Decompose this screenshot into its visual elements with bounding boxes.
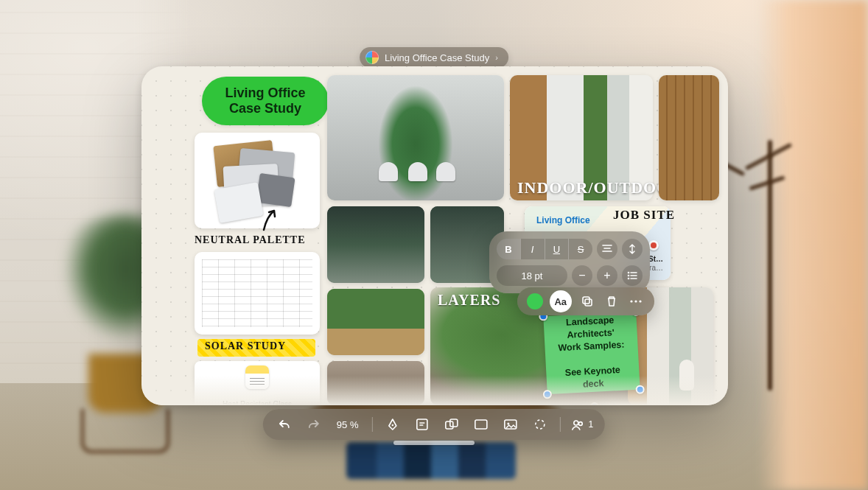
neutral-palette-label[interactable]: Neutral Palette [195,234,306,246]
collaboration-indicator[interactable]: 1 [570,418,593,431]
shapes-icon [444,418,458,431]
svg-point-1 [628,275,630,277]
svg-point-5 [631,300,633,302]
undo-button[interactable] [275,415,294,434]
notes-app-icon [245,365,269,389]
neutral-palette-card[interactable] [195,133,320,228]
map-pin-icon [648,240,659,251]
photo-wood-slats[interactable] [659,75,719,200]
material-swatches [195,133,320,228]
solar-study-label[interactable]: Solar Study [205,340,286,352]
loop-icon [533,418,546,431]
redo-icon [307,419,321,430]
list-style-button[interactable] [622,265,643,286]
job-site-label[interactable]: Job Site [613,208,675,223]
collaborator-count: 1 [588,419,593,430]
indoor-outdoor-label[interactable]: Indoor/Outdoor [517,178,682,197]
photo-lobby-greenwall[interactable] [327,75,504,200]
media-tool-button[interactable] [500,415,519,434]
document-title: Living Office Case Study [385,52,489,63]
toolbar-divider [371,417,372,432]
svg-rect-12 [475,420,486,429]
svg-rect-10 [445,421,452,429]
notes-link-caption: Heat Resistant Glass [195,400,320,405]
svg-rect-11 [449,419,457,427]
collaborators-icon [570,418,585,431]
text-style-segment: B I U S [497,239,592,259]
align-center-icon [602,245,612,253]
freeform-app-icon [365,51,379,64]
delete-button[interactable] [603,293,620,310]
curtain [757,0,868,490]
board-title-shape[interactable]: Living Office Case Study [202,77,329,125]
sticky-note-icon [415,418,428,431]
photo-icon [503,419,517,430]
sticky-note-selected[interactable]: Landscape Architects' Work Samples: See … [543,312,640,394]
notes-link-card[interactable]: Heat Resistant Glass [195,361,320,405]
undo-icon [278,419,291,430]
text-format-toolbar: B I U S 18 pt − + [489,231,650,293]
text-align-button[interactable] [597,239,617,259]
markup-tool-button[interactable] [382,415,402,434]
svg-point-16 [573,421,578,425]
bold-button[interactable]: B [497,239,520,259]
underline-button[interactable]: U [545,239,569,259]
plant-stand [81,409,169,453]
sticky-note-text: Landscape Architects' Work Samples: See … [550,314,632,393]
note-color-button[interactable] [527,293,543,309]
font-size-display[interactable]: 18 pt [497,265,567,286]
shapes-tool-button[interactable] [441,415,461,434]
layers-label[interactable]: Layers [438,292,500,309]
svg-point-6 [635,300,637,302]
note-edit-toolbar: Aa [517,287,654,315]
document-title-pill[interactable]: Living Office Case Study › [360,47,508,68]
redo-button[interactable] [304,415,323,434]
text-style-button[interactable]: Aa [550,290,572,312]
pen-tip-icon [385,418,399,431]
bullet-list-icon [627,271,637,280]
chevron-right-icon: › [495,53,498,62]
svg-point-2 [628,278,630,280]
trash-icon [606,295,617,308]
more-button[interactable] [627,293,645,310]
svg-point-17 [578,422,582,426]
svg-point-14 [507,423,509,425]
svg-rect-4 [585,299,592,306]
photo-drawers[interactable] [327,361,424,405]
text-box-icon [473,419,488,430]
italic-button[interactable]: I [521,239,545,259]
font-size-decrease-button[interactable]: − [572,265,592,286]
svg-rect-9 [416,419,427,430]
strikethrough-button[interactable]: S [569,239,592,259]
toolbar-divider [559,417,560,432]
arrow-annotation [259,208,281,234]
board-title-text: Living Office Case Study [225,85,305,116]
svg-point-7 [640,300,642,302]
map-title: Living Office [536,215,590,225]
vertical-align-button[interactable] [622,239,643,259]
sketch-card[interactable] [195,252,320,335]
coat-rack [768,140,772,391]
text-box-tool-button[interactable] [471,415,490,434]
svg-point-0 [628,272,630,274]
photo-glass-pavilion[interactable] [327,206,424,283]
svg-rect-3 [583,297,589,304]
zoom-level[interactable]: 95 % [334,419,362,430]
photo-planter-wall[interactable] [327,289,424,355]
link-tool-button[interactable] [530,415,549,434]
window-grabber[interactable] [393,441,475,445]
ellipsis-icon [629,299,643,304]
stacked-books [346,442,516,479]
duplicate-button[interactable] [578,293,596,310]
sticky-note-tool-button[interactable] [412,415,431,434]
svg-point-15 [535,420,544,429]
font-size-increase-button[interactable]: + [597,265,617,286]
canvas-toolbar: 95 % 1 [263,409,605,440]
duplicate-icon [581,295,594,308]
svg-point-8 [391,424,393,426]
valign-icon [628,244,637,254]
